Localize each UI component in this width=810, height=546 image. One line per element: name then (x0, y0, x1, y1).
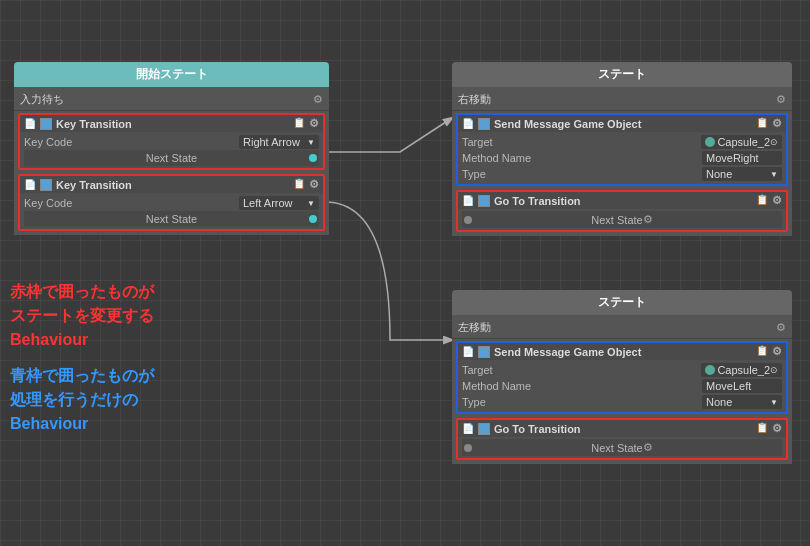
smgo1-type-label: Type (462, 168, 486, 180)
checkbox-2[interactable] (40, 179, 52, 191)
goto2-settings2[interactable]: ⚙ (643, 441, 653, 454)
goto2-gear-icon[interactable]: ⚙ (772, 422, 782, 435)
smgo2-type-row: Type None (462, 394, 782, 410)
state1-input-row: 右移動 ⚙ (452, 89, 792, 111)
capsule-icon-2 (705, 365, 715, 375)
annotation-line7: Behaviour (10, 412, 154, 436)
goto1-gear-icon[interactable]: ⚙ (772, 194, 782, 207)
start-node-input-row: 入力待ち ⚙ (14, 89, 329, 111)
goto1-next-state-row: Next State ⚙ (462, 211, 782, 228)
state2-send-msg-header: 📄 Send Message Game Object 📋 ⚙ (458, 343, 786, 360)
smgo1-title: Send Message Game Object (494, 118, 641, 130)
doc-icon-2: 📄 (24, 179, 36, 190)
kt2-next-state-label: Next State (146, 213, 197, 225)
kt1-copy-icon[interactable]: 📋 (293, 117, 305, 130)
smgo2-gear-icon[interactable]: ⚙ (772, 345, 782, 358)
checkbox-5[interactable] (478, 346, 490, 358)
smgo1-gear-icon[interactable]: ⚙ (772, 117, 782, 130)
goto1-left-connector[interactable] (464, 216, 472, 224)
key-transition-2-header: 📄 Key Transition 📋 ⚙ (20, 176, 323, 193)
kt1-gear-icon[interactable]: ⚙ (309, 117, 319, 130)
state-node-2: ステート 左移動 ⚙ 📄 Send Message Game Object 📋 … (452, 290, 792, 464)
kt1-next-state-row: Next State (24, 150, 319, 166)
doc-icon-6: 📄 (462, 423, 474, 434)
doc-icon-1: 📄 (24, 118, 36, 129)
smgo2-copy-icon[interactable]: 📋 (756, 345, 768, 358)
smgo2-target-value[interactable]: Capsule_2 ⊙ (701, 363, 782, 377)
smgo1-copy-icon[interactable]: 📋 (756, 117, 768, 130)
kt2-copy-icon[interactable]: 📋 (293, 178, 305, 191)
state2-goto: 📄 Go To Transition 📋 ⚙ Next State ⚙ (456, 418, 788, 460)
annotation-line6: 処理を行うだけの (10, 388, 154, 412)
smgo2-target-text: Capsule_2 (717, 364, 770, 376)
goto2-title: Go To Transition (494, 423, 581, 435)
state1-goto-header: 📄 Go To Transition 📋 ⚙ (458, 192, 786, 209)
smgo2-method-row: Method Name MoveLeft (462, 378, 782, 394)
input-settings-icon[interactable]: ⚙ (313, 93, 323, 106)
kt2-right-connector[interactable] (309, 215, 317, 223)
kt2-keycode-value[interactable]: Left Arrow (239, 196, 319, 210)
key-transition-1: 📄 Key Transition 📋 ⚙ Key Code Right Arro… (18, 113, 325, 170)
state1-settings-icon[interactable]: ⚙ (776, 93, 786, 106)
smgo1-method-label: Method Name (462, 152, 531, 164)
smgo2-type-label: Type (462, 396, 486, 408)
smgo2-method-value[interactable]: MoveLeft (702, 379, 782, 393)
doc-icon-4: 📄 (462, 195, 474, 206)
smgo2-type-value[interactable]: None (702, 395, 782, 409)
checkbox-6[interactable] (478, 423, 490, 435)
state2-settings-icon[interactable]: ⚙ (776, 321, 786, 334)
annotation-line2: ステートを変更する (10, 304, 154, 328)
smgo1-target-value[interactable]: Capsule_2 ⊙ (701, 135, 782, 149)
smgo2-target-row: Target Capsule_2 ⊙ (462, 362, 782, 378)
smgo2-title: Send Message Game Object (494, 346, 641, 358)
kt2-gear-icon[interactable]: ⚙ (309, 178, 319, 191)
annotation-line3: Behaviour (10, 328, 154, 352)
kt1-title: Key Transition (56, 118, 132, 130)
kt1-next-state-label: Next State (146, 152, 197, 164)
state1-send-msg: 📄 Send Message Game Object 📋 ⚙ Target Ca… (456, 113, 788, 186)
state2-goto-header: 📄 Go To Transition 📋 ⚙ (458, 420, 786, 437)
smgo1-type-row: Type None (462, 166, 782, 182)
state-node-1: ステート 右移動 ⚙ 📄 Send Message Game Object 📋 … (452, 62, 792, 236)
smgo1-method-row: Method Name MoveRight (462, 150, 782, 166)
goto1-copy-icon[interactable]: 📋 (756, 194, 768, 207)
key-transition-1-header: 📄 Key Transition 📋 ⚙ (20, 115, 323, 132)
start-node: 開始ステート 入力待ち ⚙ 📄 Key Transition 📋 ⚙ Key C… (14, 62, 329, 235)
checkbox-3[interactable] (478, 118, 490, 130)
checkbox-4[interactable] (478, 195, 490, 207)
checkbox-1[interactable] (40, 118, 52, 130)
state2-input-row: 左移動 ⚙ (452, 317, 792, 339)
goto1-title: Go To Transition (494, 195, 581, 207)
state2-send-msg: 📄 Send Message Game Object 📋 ⚙ Target Ca… (456, 341, 788, 414)
start-node-header: 開始ステート (14, 62, 329, 87)
goto2-next-state-row: Next State ⚙ (462, 439, 782, 456)
smgo1-method-value[interactable]: MoveRight (702, 151, 782, 165)
state2-input-label: 左移動 (458, 320, 491, 335)
kt1-body: Key Code Right Arrow Next State (20, 132, 323, 168)
state1-send-msg-header: 📄 Send Message Game Object 📋 ⚙ (458, 115, 786, 132)
doc-icon-5: 📄 (462, 346, 474, 357)
goto1-settings2[interactable]: ⚙ (643, 213, 653, 226)
capsule-icon-1 (705, 137, 715, 147)
kt2-body: Key Code Left Arrow Next State (20, 193, 323, 229)
smgo2-target-label: Target (462, 364, 493, 376)
kt1-right-connector[interactable] (309, 154, 317, 162)
smgo1-type-value[interactable]: None (702, 167, 782, 181)
input-waiting-label: 入力待ち (20, 92, 64, 107)
annotation-line1: 赤枠で囲ったものが (10, 280, 154, 304)
smgo2-method-label: Method Name (462, 380, 531, 392)
doc-icon-3: 📄 (462, 118, 474, 129)
goto1-next-state-label: Next State (591, 214, 642, 226)
goto2-left-connector[interactable] (464, 444, 472, 452)
goto1-body: Next State ⚙ (458, 209, 786, 230)
kt1-keycode-value[interactable]: Right Arrow (239, 135, 319, 149)
goto2-body: Next State ⚙ (458, 437, 786, 458)
goto2-copy-icon[interactable]: 📋 (756, 422, 768, 435)
state1-header: ステート (452, 62, 792, 87)
kt1-keycode-label: Key Code (24, 136, 72, 148)
smgo1-target-text: Capsule_2 (717, 136, 770, 148)
smgo1-target-row: Target Capsule_2 ⊙ (462, 134, 782, 150)
annotation-line5: 青枠で囲ったものが (10, 364, 154, 388)
key-transition-2: 📄 Key Transition 📋 ⚙ Key Code Left Arrow… (18, 174, 325, 231)
smgo2-body: Target Capsule_2 ⊙ Method Name MoveLeft … (458, 360, 786, 412)
